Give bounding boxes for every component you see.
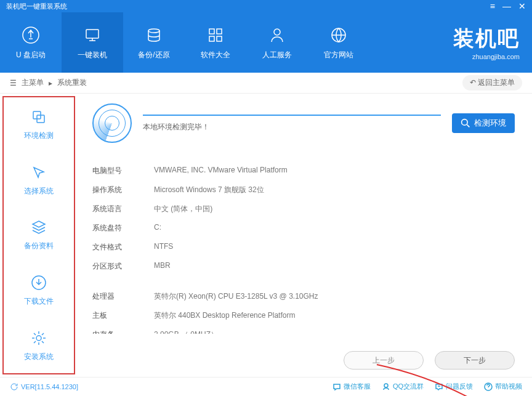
nav-one-key-install[interactable]: 一键装机 (62, 12, 123, 73)
breadcrumb-root[interactable]: 主菜单 (22, 78, 44, 88)
svg-point-12 (36, 336, 41, 341)
info-row: 内存条2.00GB （ 0MHZ） (92, 325, 509, 334)
help-video-link[interactable]: 帮助视频 (484, 382, 522, 391)
breadcrumb-current: 系统重装 (57, 78, 87, 88)
nav-label: 一键装机 (78, 50, 107, 60)
gear-icon (30, 329, 47, 347)
svg-point-14 (384, 384, 388, 387)
chevron-right-icon: ▸ (49, 79, 52, 87)
window-title: 装机吧一键重装系统 (6, 2, 67, 11)
svg-point-2 (148, 29, 159, 33)
qq-group-link[interactable]: QQ交流群 (382, 382, 424, 391)
sidebar-item-label: 安装系统 (24, 352, 54, 362)
nav-label: 人工服务 (262, 50, 292, 60)
sidebar-item-download[interactable]: 下载文件 (4, 263, 74, 318)
search-icon (461, 118, 470, 128)
svg-rect-1 (86, 30, 99, 38)
sidebar-item-install[interactable]: 安装系统 (4, 318, 74, 373)
download-icon (30, 274, 47, 291)
cursor-icon (30, 164, 47, 181)
list-icon: ☰ (10, 79, 17, 87)
info-row: 操作系统Microsoft Windows 7 旗舰版 32位 (92, 180, 509, 200)
menu-icon[interactable]: ≡ (490, 1, 495, 11)
top-nav: U 盘启动 一键装机 备份/还原 软件大全 人工服务 官方网站 装机吧 zhua… (0, 12, 532, 73)
nav-label: 备份/还原 (138, 50, 169, 60)
svg-rect-6 (217, 36, 222, 41)
copy-icon (30, 108, 47, 126)
sidebar: 环境检测 选择系统 备份资料 下载文件 安装系统 (2, 96, 75, 374)
qq-icon (382, 382, 390, 391)
info-row: 分区形式MBR (92, 257, 509, 276)
nav-backup-restore[interactable]: 备份/还原 (123, 12, 185, 73)
close-icon[interactable]: ✕ (518, 1, 526, 11)
content-panel: 本地环境检测完毕！ 检测环境 电脑型号VMWARE, INC. VMware V… (75, 94, 532, 377)
next-step-button[interactable]: 下一步 (435, 351, 515, 370)
minimize-icon[interactable]: — (502, 1, 511, 11)
nav-website[interactable]: 官方网站 (308, 12, 369, 73)
info-row: 主板英特尔 440BX Desktop Reference Platform (92, 306, 509, 325)
svg-rect-3 (209, 29, 214, 34)
breadcrumb: ☰ 主菜单 ▸ 系统重装 ↶ 返回主菜单 (0, 73, 532, 94)
layers-icon (30, 219, 47, 236)
sidebar-item-label: 备份资料 (24, 241, 54, 251)
svg-rect-5 (209, 36, 214, 41)
chat-icon (332, 382, 341, 391)
help-icon (484, 382, 493, 391)
info-row: 系统语言中文 (简体，中国) (92, 200, 509, 219)
brand-url: zhuangjiba.com (453, 53, 520, 60)
svg-point-7 (274, 29, 280, 35)
sidebar-item-env-check[interactable]: 环境检测 (4, 97, 74, 153)
info-row: 处理器英特尔(R) Xeon(R) CPU E3-1285L v3 @ 3.10… (92, 287, 509, 306)
info-row: 电脑型号VMWARE, INC. VMware Virtual Platform (92, 161, 509, 180)
wechat-support-link[interactable]: 微信客服 (332, 382, 371, 391)
progress-bar (143, 115, 441, 116)
titlebar: 装机吧一键重装系统 ≡ — ✕ (0, 0, 532, 12)
brand-logo: 装机吧 zhuangjiba.com (453, 25, 532, 60)
info-row: 系统盘符C: (92, 219, 509, 238)
brand-name: 装机吧 (453, 25, 520, 53)
nav-label: U 盘启动 (16, 50, 46, 60)
sidebar-item-label: 下载文件 (24, 296, 54, 307)
status-text: 本地环境检测完毕！ (143, 122, 441, 132)
svg-rect-4 (217, 29, 222, 34)
info-row: 文件格式NTFS (92, 238, 509, 257)
refresh-icon (10, 382, 18, 391)
feedback-icon (435, 382, 443, 391)
sidebar-item-backup[interactable]: 备份资料 (4, 208, 74, 263)
prev-step-button[interactable]: 上一步 (344, 351, 424, 370)
nav-support[interactable]: 人工服务 (246, 12, 308, 73)
system-info[interactable]: 电脑型号VMWARE, INC. VMware Virtual Platform… (92, 161, 515, 334)
back-arrow-icon: ↶ (470, 78, 478, 87)
nav-usb-boot[interactable]: U 盘启动 (0, 12, 62, 73)
sidebar-item-label: 选择系统 (24, 186, 54, 196)
radar-icon (92, 103, 132, 143)
sidebar-item-select-system[interactable]: 选择系统 (4, 153, 74, 208)
detect-btn-label: 检测环境 (474, 118, 506, 129)
detect-environment-button[interactable]: 检测环境 (452, 113, 515, 133)
nav-label: 官方网站 (324, 50, 353, 60)
svg-point-13 (462, 119, 468, 126)
sidebar-item-label: 环境检测 (24, 131, 54, 141)
version-label[interactable]: VER[11.5.44.1230] (10, 382, 78, 391)
back-main-menu-button[interactable]: ↶ 返回主菜单 (462, 75, 522, 91)
nav-software[interactable]: 软件大全 (185, 12, 246, 73)
feedback-link[interactable]: 问题反馈 (435, 382, 473, 391)
footer: VER[11.5.44.1230] 微信客服 QQ交流群 问题反馈 帮助视频 (0, 377, 532, 395)
nav-label: 软件大全 (201, 50, 230, 60)
